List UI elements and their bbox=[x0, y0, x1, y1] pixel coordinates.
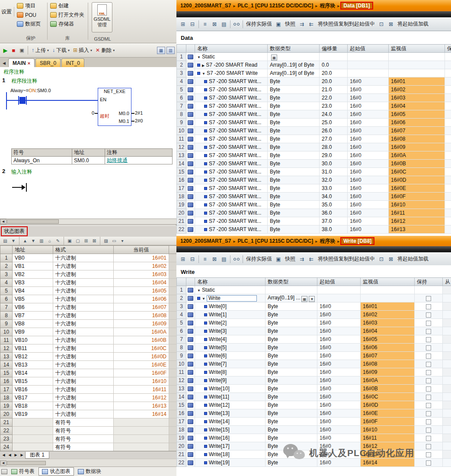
address-cell[interactable] bbox=[13, 435, 53, 443]
address-cell[interactable] bbox=[13, 418, 53, 427]
datatype-cell[interactable]: Byte bbox=[265, 344, 317, 352]
start-value-cell[interactable]: 16#0 bbox=[317, 434, 361, 442]
retain-cell[interactable] bbox=[415, 409, 443, 418]
datatype-cell[interactable]: Byte bbox=[265, 434, 317, 442]
scroll-left-icon[interactable]: ◀ bbox=[0, 219, 6, 224]
retain-cell[interactable] bbox=[445, 119, 451, 127]
expand-icon[interactable]: ▼ bbox=[202, 72, 205, 76]
force-icon[interactable]: ▣ bbox=[66, 238, 74, 244]
datatype-cell[interactable]: Byte bbox=[268, 168, 320, 176]
name-cell[interactable]: Write[19] bbox=[195, 459, 265, 467]
datatype-cell[interactable]: Byte bbox=[268, 102, 320, 110]
retain-cell[interactable] bbox=[445, 176, 451, 184]
db-row[interactable]: 22Write[19]Byte16#016#14 bbox=[177, 459, 451, 467]
expand-icon[interactable]: ▼ bbox=[202, 297, 205, 301]
start-value-cell[interactable]: 16#0 bbox=[348, 77, 389, 86]
chart-tab-1[interactable]: 图表 1 bbox=[25, 452, 49, 459]
address-cell[interactable]: VB17 bbox=[13, 394, 53, 402]
datatype-cell[interactable]: Byte bbox=[268, 86, 320, 94]
retain-cell[interactable] bbox=[445, 110, 451, 119]
network2-comment[interactable]: 输入注释 bbox=[11, 168, 32, 176]
tab-close-icon[interactable]: × bbox=[28, 61, 30, 66]
status-chart-row[interactable]: 4VB3十六进制16#04 bbox=[0, 279, 177, 287]
col-from[interactable]: 从 bbox=[443, 278, 451, 286]
start-value-cell[interactable]: 16#0 bbox=[317, 376, 361, 385]
expand-all-icon[interactable]: ▤ bbox=[220, 20, 228, 29]
format-cell[interactable]: 十六进制 bbox=[53, 295, 114, 303]
name-cell[interactable]: Write[0] bbox=[195, 302, 265, 311]
col-start-value[interactable]: 起始值 bbox=[348, 45, 389, 53]
start-value-cell[interactable]: 16#0 bbox=[348, 209, 389, 217]
status-chart-row[interactable]: 12VB11十六进制16#0C bbox=[0, 344, 177, 353]
copy-snapshot-icon2[interactable]: ⇇ bbox=[307, 255, 316, 264]
address-cell[interactable]: VB8 bbox=[13, 320, 53, 328]
retain-cell[interactable] bbox=[415, 368, 443, 376]
retain-cell[interactable] bbox=[415, 450, 443, 459]
window-grid-icon[interactable]: ▦ bbox=[157, 47, 165, 54]
snapshot-camera-icon[interactable]: ▣ bbox=[274, 255, 283, 264]
name-cell[interactable]: S7 -200 SMART Writ... bbox=[195, 94, 268, 102]
status-chart-row[interactable]: 1VB0十六进制16#01 bbox=[0, 254, 177, 262]
name-cell[interactable]: Write[3] bbox=[195, 327, 265, 335]
name-cell[interactable]: Write[13] bbox=[195, 409, 265, 418]
symbol-table-row[interactable]: Always_On SM0.0 始终接通 bbox=[12, 157, 173, 164]
retain-checkbox[interactable] bbox=[426, 411, 431, 416]
tab-status-chart[interactable]: 状态图表 bbox=[38, 467, 74, 476]
name-cell[interactable]: Write[8] bbox=[195, 368, 265, 376]
start-value-cell[interactable]: 16#0 bbox=[348, 119, 389, 127]
retain-cell[interactable] bbox=[445, 143, 451, 151]
chart-dropdown-icon[interactable]: ▾ bbox=[118, 238, 126, 244]
format-cell[interactable]: 十六进制 bbox=[53, 386, 114, 394]
address-cell[interactable]: VB10 bbox=[13, 336, 53, 344]
db-row[interactable]: 1▼Static▦ bbox=[177, 53, 451, 61]
db-row[interactable]: 16Write[13]Byte16#016#0E bbox=[177, 409, 451, 418]
retain-cell[interactable] bbox=[445, 217, 451, 225]
db-row[interactable]: 12S7 -200 SMART Writ...Byte28.016#016#09 bbox=[177, 143, 451, 151]
name-cell[interactable]: Write[6] bbox=[195, 352, 265, 360]
address-cell[interactable]: VB9 bbox=[13, 328, 53, 336]
format-cell[interactable]: 有符号 bbox=[53, 443, 114, 451]
name-cell[interactable]: S7 -200 SMART Writ... bbox=[195, 217, 268, 225]
status-chart-row[interactable]: 11VB10十六进制16#0B bbox=[0, 336, 177, 344]
retain-cell[interactable] bbox=[415, 311, 443, 319]
retain-cell[interactable] bbox=[445, 160, 451, 168]
snapshot-camera-icon[interactable]: ▣ bbox=[274, 20, 283, 29]
retain-cell[interactable] bbox=[415, 360, 443, 368]
name-cell[interactable]: S7 -200 SMART Writ... bbox=[195, 209, 268, 217]
datatype-cell[interactable]: Byte bbox=[265, 376, 317, 385]
db-row[interactable]: 19Write[16]Byte16#016#11 bbox=[177, 434, 451, 442]
status-chart-row[interactable]: 20VB19十六进制16#14 bbox=[0, 410, 177, 418]
db-row[interactable]: 15S7 -200 SMART Writ...Byte31.016#016#0C bbox=[177, 168, 451, 176]
name-cell[interactable]: S7 -200 SMART Writ... bbox=[195, 225, 268, 234]
start-value-cell[interactable]: 16#0 bbox=[317, 352, 361, 360]
retain-cell[interactable] bbox=[445, 184, 451, 193]
status-chart-row[interactable]: 9VB8十六进制16#09 bbox=[0, 320, 177, 328]
datatype-cell[interactable]: Byte bbox=[265, 352, 317, 360]
db-row[interactable]: 15Write[12]Byte16#016#0D bbox=[177, 401, 451, 409]
status-chart-row[interactable]: 21有符号 bbox=[0, 418, 177, 427]
datatype-cell[interactable]: Byte bbox=[268, 209, 320, 217]
datatype-cell[interactable]: Byte bbox=[268, 127, 320, 135]
format-cell[interactable]: 十六进制 bbox=[53, 377, 114, 386]
datatype-cell[interactable]: Byte bbox=[265, 327, 317, 335]
start-value-cell[interactable]: 16#0 bbox=[348, 94, 389, 102]
db-row[interactable]: 4S7 -200 SMART Writ...Byte20.016#016#01 bbox=[177, 77, 451, 86]
db-row[interactable]: 20Write[17]Byte16#016#12 bbox=[177, 442, 451, 450]
db-row[interactable]: 20S7 -200 SMART Writ...Byte36.016#016#11 bbox=[177, 209, 451, 217]
col-datatype[interactable]: 数据类型 bbox=[268, 45, 320, 53]
start-value-cell[interactable]: 16#0 bbox=[317, 450, 361, 459]
window-split-icon[interactable]: ▥ bbox=[166, 47, 175, 54]
download-values-icon[interactable]: ⊠ bbox=[210, 20, 219, 29]
start-value-cell[interactable]: 16#0 bbox=[317, 311, 361, 319]
col-current-value[interactable]: 当前值 bbox=[114, 246, 169, 254]
insert-dropdown-icon[interactable]: ▾ bbox=[90, 48, 92, 52]
name-cell[interactable]: ▼S7 -200 SMART Write bbox=[195, 69, 268, 77]
trend-chart-icon[interactable]: ▨ bbox=[102, 238, 110, 244]
contact-energized-fill[interactable] bbox=[19, 97, 26, 104]
scroll-thumb[interactable] bbox=[7, 461, 46, 465]
name-cell[interactable]: S7 -200 SMART Writ... bbox=[195, 110, 268, 119]
start-value-cell[interactable]: 16#0 bbox=[317, 426, 361, 434]
name-cell[interactable]: Write[16] bbox=[195, 434, 265, 442]
db-row[interactable]: 6S7 -200 SMART Writ...Byte22.016#016#03 bbox=[177, 94, 451, 102]
format-cell[interactable]: 十六进制 bbox=[53, 262, 114, 270]
